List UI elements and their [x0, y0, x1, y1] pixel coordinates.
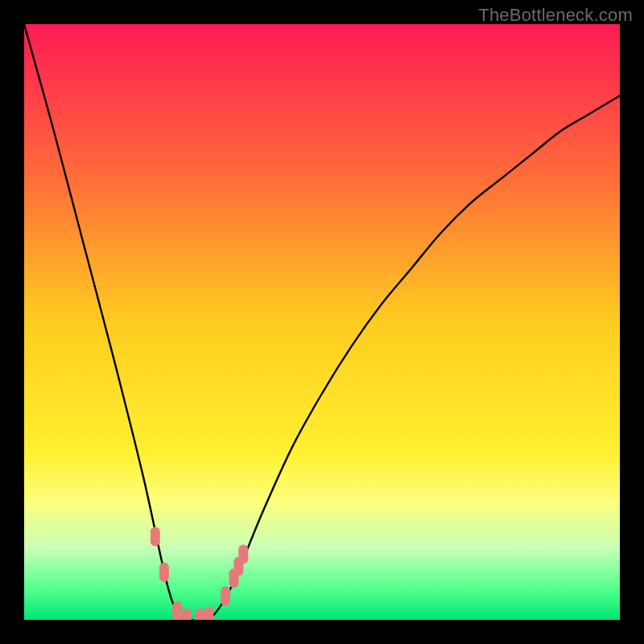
curve-layer	[24, 24, 620, 620]
curve-markers	[151, 526, 249, 620]
marker-dot	[238, 545, 248, 564]
bottleneck-curve	[24, 24, 620, 620]
marker-dot	[182, 609, 192, 620]
marker-dot	[195, 609, 204, 620]
plot-area	[24, 24, 620, 620]
marker-dot	[159, 563, 169, 582]
marker-dot	[204, 607, 213, 620]
chart-stage: TheBottleneck.com	[0, 0, 644, 644]
marker-dot	[151, 526, 160, 546]
watermark: TheBottleneck.com	[478, 5, 633, 26]
marker-dot	[221, 586, 230, 605]
marker-dot	[172, 601, 182, 620]
